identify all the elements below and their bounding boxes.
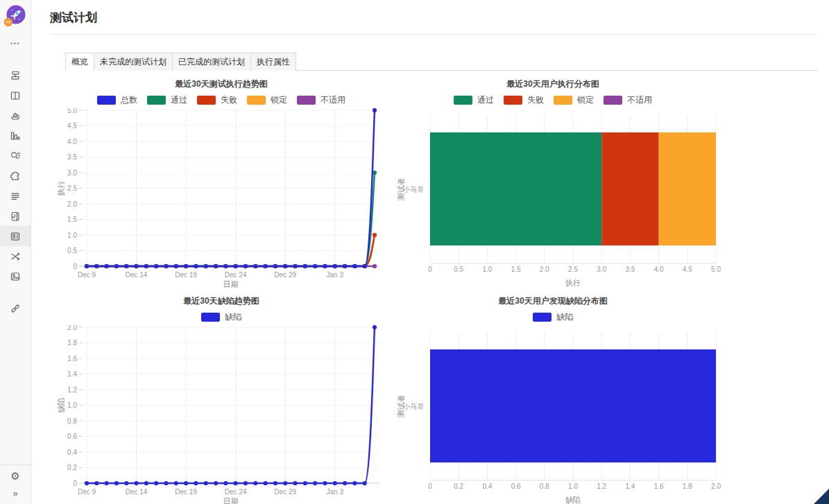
svg-text:1.0: 1.0 <box>482 266 492 273</box>
svg-text:4.5: 4.5 <box>67 122 77 130</box>
legend-label: 缺陷 <box>556 311 573 323</box>
notebook-icon <box>10 211 21 222</box>
legend-item[interactable]: 不适用 <box>297 94 345 106</box>
sidebar-item-ship[interactable] <box>0 105 31 125</box>
svg-text:1.5: 1.5 <box>511 266 521 273</box>
sidebar-item-shuffle[interactable] <box>0 246 31 266</box>
svg-text:1.8: 1.8 <box>683 483 692 490</box>
sidebar-item-image[interactable] <box>0 266 31 286</box>
sidebar-item-review[interactable] <box>0 146 31 166</box>
legend-item[interactable]: 失败 <box>504 94 544 106</box>
svg-text:日期: 日期 <box>223 497 239 504</box>
legend-label: 缺陷 <box>225 311 241 323</box>
legend-label: 失败 <box>527 94 544 106</box>
sidebar-item-workbench[interactable] <box>0 65 31 85</box>
sidebar-item-notebook[interactable] <box>0 206 31 226</box>
puzzle-icon <box>10 171 21 182</box>
link-icon <box>10 303 21 314</box>
legend-swatch <box>454 96 472 105</box>
more-menu-icon[interactable]: ••• <box>10 40 20 47</box>
kanban-icon <box>10 90 21 101</box>
app-logo[interactable]: <> <box>3 3 28 31</box>
bar-chart-plot: 00.51.01.52.02.53.03.54.04.55.0小马哥测试者执行 <box>393 108 817 293</box>
chart-title: 最近30天用户执行分布图 <box>393 76 713 92</box>
legend-item[interactable]: 总数 <box>97 94 137 106</box>
tab-overview[interactable]: 概览 <box>65 53 94 71</box>
svg-text:5.0: 5.0 <box>67 108 77 114</box>
legend-swatch <box>604 96 622 105</box>
svg-text:0.5: 0.5 <box>454 266 463 273</box>
tab-finished-plans[interactable]: 已完成的测试计划 <box>173 53 251 71</box>
svg-text:1.0: 1.0 <box>67 232 77 239</box>
svg-text:1.4: 1.4 <box>67 370 77 378</box>
legend-item[interactable]: 锁定 <box>554 94 594 106</box>
legend-item[interactable]: 通过 <box>454 94 494 106</box>
sidebar-item-link[interactable] <box>0 298 31 318</box>
ship-icon <box>10 110 21 121</box>
svg-text:2.0: 2.0 <box>67 200 77 208</box>
svg-text:1.4: 1.4 <box>625 483 635 490</box>
svg-text:0.4: 0.4 <box>67 449 77 456</box>
chart-defect-trend: 最近30天缺陷趋势图 缺陷 00.20.40.60.81.01.21.41.61… <box>55 293 387 504</box>
svg-text:1.6: 1.6 <box>654 483 664 490</box>
svg-text:Dec 9: Dec 9 <box>78 488 96 496</box>
sidebar-item-reports[interactable] <box>0 125 31 146</box>
tab-unfinished-plans[interactable]: 未完成的测试计划 <box>94 53 173 71</box>
legend-label: 锁定 <box>271 94 287 106</box>
legend-item[interactable]: 通过 <box>147 94 187 106</box>
sidebar-nav <box>0 65 31 318</box>
legend-swatch <box>554 96 572 105</box>
svg-text:5.0: 5.0 <box>711 266 721 273</box>
svg-text:3.5: 3.5 <box>625 266 635 273</box>
svg-text:小马哥: 小马哥 <box>403 186 424 193</box>
report-card-icon <box>10 231 21 242</box>
sidebar-item-plugin[interactable] <box>0 166 31 186</box>
settings-gear-icon[interactable]: ⚙ <box>10 470 19 483</box>
svg-text:4.5: 4.5 <box>683 266 692 273</box>
bar-chart-plot: 00.20.40.60.81.01.21.41.61.82.0小马哥测试者缺陷 <box>393 325 817 504</box>
svg-text:0: 0 <box>73 263 77 270</box>
legend-swatch <box>201 313 220 322</box>
svg-text:0: 0 <box>428 266 432 273</box>
sidebar-item-test-plan-report[interactable] <box>0 226 31 246</box>
sidebar-item-list[interactable] <box>0 186 31 206</box>
svg-text:测试者: 测试者 <box>397 395 405 418</box>
legend-label: 通过 <box>171 94 187 106</box>
svg-text:Dec 9: Dec 9 <box>78 271 96 279</box>
svg-text:0: 0 <box>73 480 77 487</box>
svg-text:0: 0 <box>428 483 432 490</box>
svg-text:Dec 14: Dec 14 <box>126 271 148 279</box>
svg-text:Dec 29: Dec 29 <box>274 271 296 279</box>
workbench-icon <box>10 70 21 81</box>
svg-text:缺陷: 缺陷 <box>565 496 581 504</box>
legend-item[interactable]: 失败 <box>197 94 237 106</box>
svg-text:2.5: 2.5 <box>67 184 77 192</box>
svg-text:2.0: 2.0 <box>540 266 549 273</box>
chart-legend: 缺陷 <box>393 309 713 325</box>
list-icon <box>10 191 21 202</box>
chart-title: 最近30天用户发现缺陷分布图 <box>393 293 713 309</box>
legend-item[interactable]: 缺陷 <box>201 311 241 323</box>
sidebar-item-kanban[interactable] <box>0 85 31 105</box>
legend-swatch <box>297 96 316 105</box>
legend-swatch <box>533 313 552 322</box>
svg-text:Dec 24: Dec 24 <box>225 488 247 496</box>
svg-text:1.6: 1.6 <box>67 355 77 363</box>
line-chart-plot: 00.51.01.52.02.53.03.54.04.55.0Dec 9Dec … <box>55 108 387 293</box>
legend-item[interactable]: 锁定 <box>247 94 287 106</box>
chart-user-defect-distribution: 最近30天用户发现缺陷分布图 缺陷 00.20.40.60.81.01.21.4… <box>393 293 817 504</box>
svg-text:2.0: 2.0 <box>711 483 721 490</box>
svg-text:3.0: 3.0 <box>67 169 77 177</box>
legend-item[interactable]: 缺陷 <box>533 311 573 323</box>
expand-sidebar-icon[interactable]: » <box>12 489 17 498</box>
tab-execution-attrs[interactable]: 执行属性 <box>251 53 296 71</box>
corner-widget[interactable] <box>814 489 829 504</box>
line-chart-plot: 00.20.40.60.81.01.21.41.61.82.0Dec 9Dec … <box>55 325 387 504</box>
svg-text:2.5: 2.5 <box>568 266 578 273</box>
svg-text:1.2: 1.2 <box>597 483 606 490</box>
svg-text:3.0: 3.0 <box>597 266 606 273</box>
legend-item[interactable]: 不适用 <box>604 94 652 106</box>
bar-chart-icon <box>10 130 21 141</box>
svg-text:0.8: 0.8 <box>67 417 77 425</box>
svg-text:Dec 19: Dec 19 <box>175 271 197 279</box>
